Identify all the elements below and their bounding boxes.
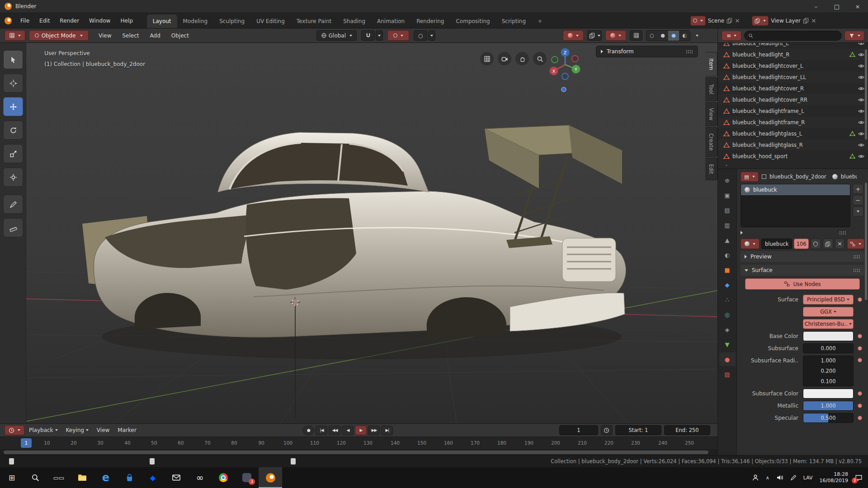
gizmos-toggle[interactable]	[630, 30, 642, 41]
new-scene-icon[interactable]	[726, 18, 732, 23]
workspace-tab-rendering[interactable]: Rendering	[410, 14, 450, 28]
workspace-tab-shading[interactable]: Shading	[337, 14, 371, 28]
tab-modifiers[interactable]: ◆	[719, 278, 736, 291]
editor-type-button[interactable]	[5, 30, 25, 41]
action-center-button[interactable]: 3	[855, 474, 863, 482]
outliner-search[interactable]	[744, 31, 842, 41]
specular-slider[interactable]: 0.500	[803, 413, 854, 423]
orientation-dropdown[interactable]: Global	[316, 30, 357, 41]
volume-icon[interactable]	[776, 474, 783, 481]
view-layer-selector[interactable]: View Layer	[752, 16, 816, 26]
task-view-button[interactable]: ▭▭	[47, 467, 71, 488]
decorator-dot-icon[interactable]	[858, 416, 862, 420]
metallic-slider[interactable]: 1.000	[803, 401, 854, 411]
sidebar-tab-edit[interactable]: Edit	[705, 158, 717, 180]
outliner-scrollbar[interactable]	[865, 49, 867, 140]
proportional-editing-toggle[interactable]: ○	[414, 30, 427, 41]
search-input[interactable]	[756, 33, 838, 39]
tab-view-layer[interactable]: ▥	[719, 218, 736, 232]
menu-file[interactable]: File	[16, 16, 33, 26]
timeline-editor-button[interactable]	[5, 425, 24, 435]
scene-selector[interactable]: Scene	[690, 16, 741, 26]
snap-target-dropdown[interactable]	[387, 30, 409, 41]
breadcrumb-object[interactable]: bluebuck_body_2door	[769, 174, 826, 180]
shading-rendered-button[interactable]: ◐	[679, 31, 690, 41]
browse-material-button[interactable]	[741, 239, 760, 249]
current-frame-field[interactable]: 1	[559, 425, 598, 435]
eye-icon[interactable]	[858, 74, 864, 80]
mode-dropdown[interactable]: Object Mode	[29, 30, 89, 41]
use-nodes-button[interactable]: Use Nodes	[745, 278, 860, 290]
new-view-layer-icon[interactable]	[803, 18, 809, 23]
tab-constraints[interactable]: ◈	[719, 323, 736, 336]
menu-keying[interactable]: Keying	[66, 427, 89, 433]
workspace-tab-layout[interactable]: Layout	[147, 14, 177, 28]
transform-tool[interactable]	[3, 168, 23, 187]
workspace-tab-animation[interactable]: Animation	[371, 14, 410, 28]
menu-render[interactable]: Render	[56, 16, 83, 26]
delete-scene-icon[interactable]	[735, 18, 740, 23]
sidebar-tab-item[interactable]: Item	[705, 52, 717, 76]
new-material-button[interactable]	[823, 239, 833, 249]
tab-render[interactable]: ▣	[719, 188, 736, 202]
workspace-tab-scripting[interactable]: Scripting	[496, 14, 532, 28]
hidden-icons-chevron[interactable]: ∧	[766, 475, 769, 481]
light-object[interactable]	[561, 87, 566, 92]
next-keyframe-button[interactable]: ▶▶	[368, 426, 380, 435]
record-button[interactable]: ●	[302, 426, 314, 435]
rotate-tool[interactable]	[3, 121, 23, 140]
outliner-editor-button[interactable]: ≡	[722, 31, 741, 41]
subsurface-method-dropdown[interactable]: Christensen-Bu..	[803, 319, 854, 329]
eye-icon[interactable]	[858, 52, 864, 58]
workspace-tab-compositing[interactable]: Compositing	[450, 14, 495, 28]
list-item[interactable]: bluebuck_headlightglass_R	[718, 139, 868, 150]
radius-y-field[interactable]: 0.200	[803, 366, 854, 376]
filter-button[interactable]	[844, 31, 864, 41]
eye-icon[interactable]	[858, 153, 864, 160]
shading-material-button[interactable]: ●	[668, 31, 679, 41]
sidebar-tab-view[interactable]: View	[705, 102, 717, 126]
subsurface-color-swatch[interactable]	[803, 389, 854, 399]
delete-view-layer-icon[interactable]	[811, 18, 816, 23]
list-item[interactable]: bluebuck_headlight_R	[718, 49, 868, 60]
minimize-button[interactable]: –	[806, 0, 826, 13]
clock[interactable]: 18:28 16/08/2019	[820, 471, 848, 484]
radius-z-field[interactable]: 0.100	[803, 376, 854, 386]
jump-to-start-button[interactable]: |◀	[316, 426, 327, 435]
decorator-dot-icon[interactable]	[858, 391, 862, 396]
expand-icon[interactable]	[741, 231, 743, 235]
panel-grip-icon[interactable]	[853, 268, 860, 272]
list-item[interactable]: bluebuck_headlightcover_R	[718, 83, 868, 94]
panel-preview[interactable]: Preview	[741, 251, 864, 262]
list-item[interactable]: bluebuck_hood_sport	[718, 150, 868, 162]
eye-icon[interactable]	[858, 142, 864, 148]
timeline-scrollbar[interactable]	[0, 449, 717, 455]
list-item[interactable]: bluebuck_headlightglass_L	[718, 128, 868, 139]
decorator-dot-icon[interactable]	[858, 404, 862, 408]
store-button[interactable]	[118, 467, 141, 488]
navigation-gizmo[interactable]: Z X Y	[546, 46, 584, 84]
properties-scrollbar[interactable]	[865, 183, 867, 300]
tab-object[interactable]: ■	[719, 263, 736, 277]
menu-view[interactable]: View	[99, 33, 111, 39]
decorator-dot-icon[interactable]	[858, 334, 862, 338]
proportional-dropdown[interactable]	[428, 30, 435, 41]
close-button[interactable]: ×	[847, 0, 868, 13]
eye-icon[interactable]	[858, 108, 864, 114]
language-indicator[interactable]: LAV	[803, 475, 813, 481]
workspace-tab-modeling[interactable]: Modeling	[177, 14, 214, 28]
frame-end-field[interactable]: End: 250	[664, 425, 710, 435]
decorator-dot-icon[interactable]	[858, 358, 862, 362]
unlink-material-button[interactable]	[835, 239, 844, 249]
taskbar-search-button[interactable]	[24, 467, 47, 488]
loop-app-button[interactable]: ∞	[188, 467, 212, 488]
properties-editor-button[interactable]: ▤	[741, 172, 759, 182]
eye-icon[interactable]	[858, 43, 864, 47]
pen-icon[interactable]	[790, 474, 797, 481]
add-workspace-button[interactable]: +	[532, 14, 548, 28]
file-explorer-button[interactable]	[71, 467, 94, 488]
tab-material[interactable]: ●	[719, 352, 736, 366]
workspace-tab-sculpting[interactable]: Sculpting	[213, 14, 250, 28]
material-name-field[interactable]: bluebuck	[761, 239, 792, 249]
slot-specials-button[interactable]	[853, 206, 863, 216]
